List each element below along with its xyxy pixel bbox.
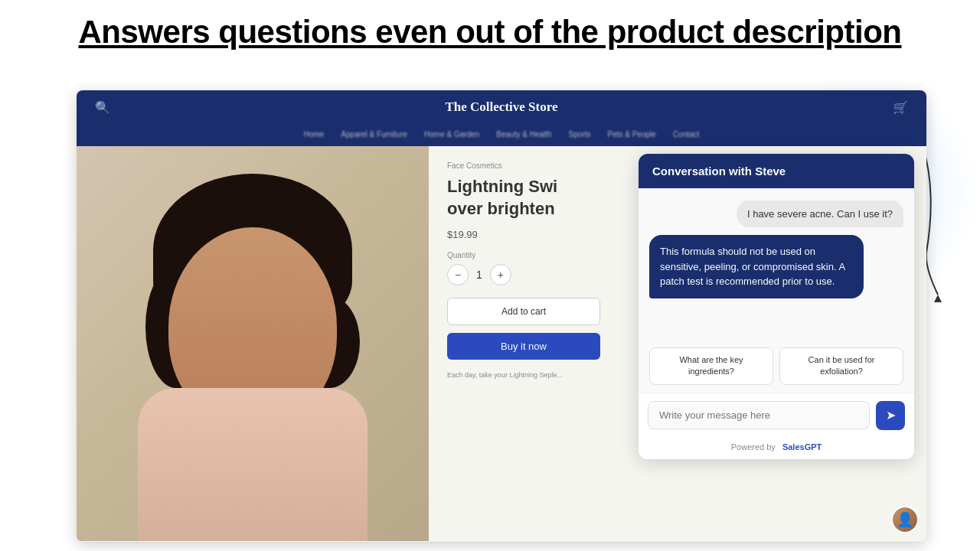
nav-sports[interactable]: Sports xyxy=(569,130,591,139)
chat-suggestions: What are the key ingredients? Can it be … xyxy=(639,341,914,393)
page-title-area: Answers questions even out of the produc… xyxy=(0,0,980,58)
chat-widget: Conversation with Steve I have severe ac… xyxy=(639,154,914,459)
nav-home-garden[interactable]: Home & Garden xyxy=(424,130,479,139)
search-icon[interactable]: 🔍 xyxy=(95,100,110,115)
chat-footer: Powered by SalesGPT xyxy=(639,438,914,459)
chat-send-button[interactable]: ➤ xyxy=(876,401,905,430)
chat-brand-name: SalesGPT xyxy=(782,442,822,452)
nav-apparel[interactable]: Apparel & Furniture xyxy=(341,130,407,139)
chat-message-input[interactable] xyxy=(648,401,870,429)
chat-powered-by-text: Powered by xyxy=(731,442,776,452)
chat-message-user: I have severe acne. Can I use it? xyxy=(737,201,903,227)
product-details: Face Cosmetics Lightning Swi over bright… xyxy=(429,146,926,541)
store-body: Face Cosmetics Lightning Swi over bright… xyxy=(77,146,926,541)
qty-minus-button[interactable]: − xyxy=(447,264,469,285)
qty-value: 1 xyxy=(476,269,482,281)
person-body xyxy=(138,388,368,541)
svg-marker-0 xyxy=(934,295,942,302)
cart-icon[interactable]: 🛒 xyxy=(893,100,908,115)
nav-contact[interactable]: Contact xyxy=(673,130,699,139)
suggestion-ingredients[interactable]: What are the key ingredients? xyxy=(649,347,773,385)
suggestion-exfoliation[interactable]: Can it be used for exfoliation? xyxy=(779,347,903,385)
store-navbar: 🔍 The Collective Store 🛒 Home Apparel & … xyxy=(77,90,926,146)
avatar-icon: 👤 xyxy=(897,511,913,528)
chat-header-title: Conversation with Steve xyxy=(652,165,786,178)
chat-messages: I have severe acne. Can I use it? This f… xyxy=(639,188,914,341)
chat-avatar: 👤 xyxy=(891,506,919,533)
page-title: Answers questions even out of the produc… xyxy=(23,14,957,51)
product-model xyxy=(77,146,429,541)
buy-now-button[interactable]: Buy it now xyxy=(447,333,600,360)
nav-pets[interactable]: Pets & People xyxy=(608,130,656,139)
send-icon: ➤ xyxy=(886,408,896,422)
store-nav-links: Home Apparel & Furniture Home & Garden B… xyxy=(77,124,926,146)
chat-message-bot: This formula should not be used on sensi… xyxy=(649,235,864,298)
nav-home[interactable]: Home xyxy=(304,130,325,139)
store-name: The Collective Store xyxy=(110,99,893,115)
add-to-cart-button[interactable]: Add to cart xyxy=(447,298,600,325)
nav-beauty[interactable]: Beauty & Health xyxy=(496,130,551,139)
store-screenshot: 🔍 The Collective Store 🛒 Home Apparel & … xyxy=(77,90,926,542)
store-nav-top: 🔍 The Collective Store 🛒 xyxy=(77,90,926,124)
chat-header: Conversation with Steve xyxy=(639,154,914,188)
chat-input-area: ➤ xyxy=(639,393,914,438)
product-image-area xyxy=(77,146,429,541)
qty-plus-button[interactable]: + xyxy=(490,264,511,285)
